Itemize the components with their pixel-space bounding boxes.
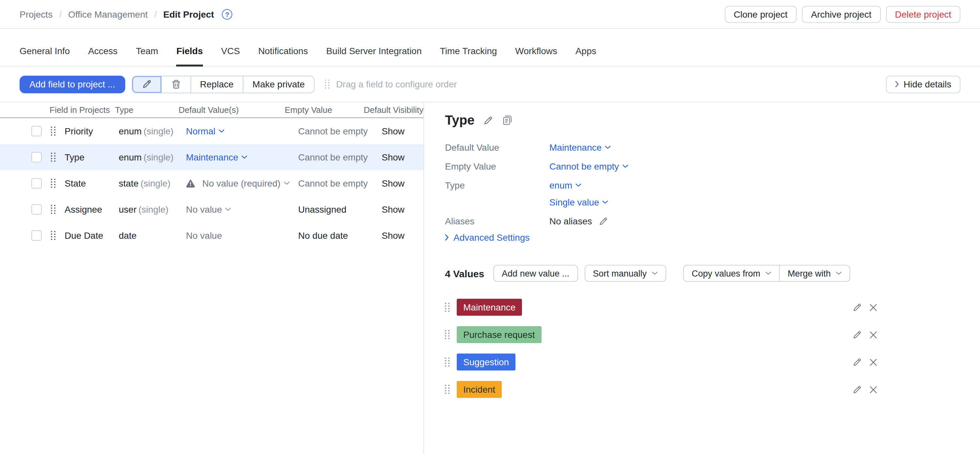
breadcrumb-office-management[interactable]: Office Management — [68, 9, 148, 19]
advanced-settings-toggle[interactable]: Advanced Settings — [445, 232, 530, 243]
default-visibility: Show — [382, 152, 423, 162]
value-row-maintenance: Maintenance — [445, 294, 878, 321]
field-name[interactable]: Priority — [65, 126, 119, 137]
field-name[interactable]: Type — [65, 152, 119, 162]
chevron-down-icon — [765, 271, 771, 275]
clone-project-button[interactable]: Clone project — [725, 6, 797, 22]
delete-field-button[interactable] — [161, 76, 190, 92]
copy-values-from-dropdown[interactable]: Copy values from — [683, 265, 780, 282]
table-row-state[interactable]: State state(single) No value (required) … — [0, 170, 423, 196]
edit-field-button[interactable] — [132, 76, 161, 92]
table-row-priority[interactable]: Priority enum(single) Normal Cannot be e… — [0, 118, 423, 144]
copy-field-button[interactable] — [502, 115, 513, 126]
value-chip[interactable]: Purchase request — [457, 326, 541, 343]
drag-handle-icon[interactable] — [445, 302, 450, 312]
delete-project-button[interactable]: Delete project — [886, 6, 961, 22]
edit-value-button[interactable] — [852, 357, 862, 367]
fields-toolbar: Add field to project ... Replace Make pr… — [0, 67, 980, 102]
default-value: No value — [186, 230, 222, 241]
default-visibility: Show — [382, 178, 423, 189]
default-visibility: Show — [382, 126, 423, 137]
default-value-dropdown[interactable]: No value (required) — [186, 178, 290, 189]
row-checkbox[interactable] — [31, 204, 42, 214]
tab-team[interactable]: Team — [136, 46, 158, 66]
default-visibility: Show — [382, 230, 423, 241]
remove-value-button[interactable] — [869, 330, 878, 339]
row-checkbox[interactable] — [31, 126, 42, 137]
field-actions-group: Replace Make private — [132, 75, 315, 93]
edit-value-button[interactable] — [852, 330, 862, 340]
field-type-suffix: (single) — [143, 126, 173, 137]
replace-button[interactable]: Replace — [190, 76, 243, 92]
tab-apps[interactable]: Apps — [576, 46, 597, 66]
type-dropdown[interactable]: enum — [549, 180, 608, 190]
chevron-down-icon — [622, 164, 628, 168]
drag-handle-icon[interactable] — [51, 126, 56, 136]
tab-fields[interactable]: Fields — [177, 46, 203, 66]
add-field-button[interactable]: Add field to project ... — [19, 75, 125, 93]
edit-field-name-button[interactable] — [483, 115, 493, 125]
field-name[interactable]: Assignee — [65, 204, 119, 214]
close-icon — [869, 330, 878, 339]
add-new-value-button[interactable]: Add new value ... — [493, 265, 578, 282]
edit-aliases-button[interactable] — [599, 216, 608, 226]
drag-handle-icon[interactable] — [51, 205, 56, 214]
trash-icon — [170, 79, 181, 89]
breadcrumb-projects[interactable]: Projects — [19, 9, 52, 19]
tab-vcs[interactable]: VCS — [221, 46, 240, 66]
default-value-dropdown[interactable]: Maintenance — [549, 142, 611, 152]
drag-hint: Drag a field to configure order — [325, 79, 457, 89]
sort-manually-dropdown[interactable]: Sort manually — [584, 265, 666, 282]
drag-handle-icon[interactable] — [445, 384, 450, 394]
chevron-down-icon — [226, 208, 231, 211]
field-name[interactable]: State — [65, 178, 119, 189]
field-type: user — [119, 204, 136, 214]
edit-value-button[interactable] — [852, 302, 862, 312]
row-checkbox[interactable] — [31, 178, 42, 189]
table-row-due-date[interactable]: Due Date date No value No due date Show — [0, 222, 423, 249]
tab-notifications[interactable]: Notifications — [258, 46, 308, 66]
default-visibility: Show — [382, 204, 423, 214]
value-chip[interactable]: Incident — [457, 381, 502, 398]
drag-handle-icon[interactable] — [51, 230, 56, 240]
tab-access[interactable]: Access — [88, 46, 118, 66]
table-row-type[interactable]: Type enum(single) Maintenance Cannot be … — [0, 144, 423, 170]
tab-time-tracking[interactable]: Time Tracking — [440, 46, 497, 66]
aliases-label: Aliases — [445, 216, 549, 226]
default-value-label: Default Value — [445, 142, 549, 152]
help-icon[interactable]: ? — [222, 9, 232, 19]
values-count: 4 Values — [445, 268, 484, 279]
tab-general-info[interactable]: General Info — [19, 46, 70, 66]
drag-handle-icon[interactable] — [445, 330, 450, 340]
value-chip[interactable]: Maintenance — [457, 299, 522, 316]
field-name[interactable]: Due Date — [65, 230, 119, 241]
make-private-button[interactable]: Make private — [243, 76, 314, 92]
drag-handle-icon[interactable] — [51, 178, 56, 188]
default-value-dropdown[interactable]: Normal — [186, 126, 224, 137]
field-type: date — [119, 230, 137, 241]
edit-value-button[interactable] — [852, 384, 862, 394]
archive-project-button[interactable]: Archive project — [802, 6, 880, 22]
cardinality-dropdown[interactable]: Single value — [549, 197, 608, 208]
tab-build-server-integration[interactable]: Build Server Integration — [326, 46, 422, 66]
value-row-purchase-request: Purchase request — [445, 321, 878, 348]
copy-icon — [502, 115, 513, 126]
field-type-suffix: (single) — [138, 204, 168, 214]
drag-handle-icon[interactable] — [445, 357, 450, 367]
remove-value-button[interactable] — [869, 358, 878, 366]
table-row-assignee[interactable]: Assignee user(single) No value Unassigne… — [0, 196, 423, 222]
value-chip[interactable]: Suggestion — [457, 354, 515, 370]
row-checkbox[interactable] — [31, 152, 42, 162]
remove-value-button[interactable] — [869, 303, 878, 311]
remove-value-button[interactable] — [869, 385, 878, 394]
drag-handle-icon[interactable] — [51, 152, 56, 162]
default-value-dropdown[interactable]: No value — [186, 204, 231, 214]
pencil-icon — [483, 115, 493, 125]
empty-value-dropdown[interactable]: Cannot be empty — [549, 161, 628, 171]
tab-workflows[interactable]: Workflows — [515, 46, 557, 66]
default-value-dropdown[interactable]: Maintenance — [186, 152, 247, 162]
merge-with-dropdown[interactable]: Merge with — [780, 265, 850, 282]
row-checkbox[interactable] — [31, 230, 42, 241]
hide-details-button[interactable]: Hide details — [886, 75, 961, 93]
edit-project-page: Projects / Office Management / Edit Proj… — [0, 0, 980, 454]
